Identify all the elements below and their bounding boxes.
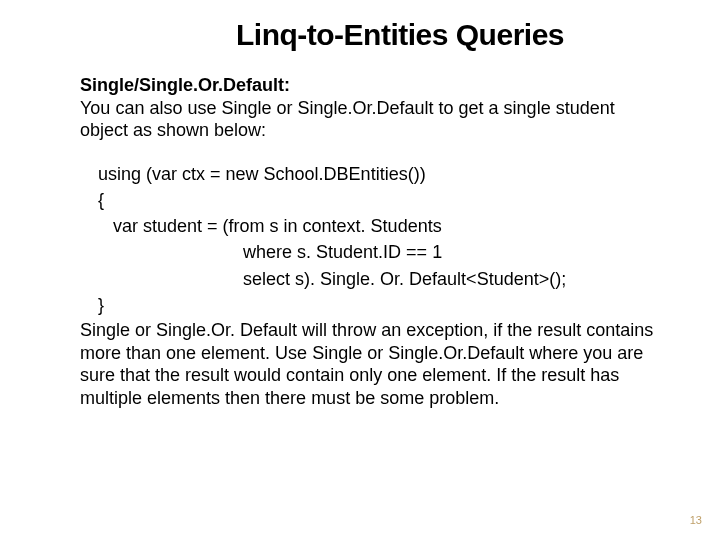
code-line: using (var ctx = new School.DBEntities()… <box>98 162 660 186</box>
code-line: } <box>98 293 660 317</box>
subheading: Single/Single.Or.Default: <box>80 74 660 97</box>
code-line: var student = (from s in context. Studen… <box>98 214 660 238</box>
code-line: select s). Single. Or. Default<Student>(… <box>98 267 660 291</box>
page-number: 13 <box>690 514 702 526</box>
explanation-paragraph: Single or Single.Or. Default will throw … <box>80 319 660 409</box>
slide: Linq-to-Entities Queries Single/Single.O… <box>0 0 720 409</box>
intro-paragraph: You can also use Single or Single.Or.Def… <box>80 97 660 142</box>
slide-title: Linq-to-Entities Queries <box>140 18 660 52</box>
code-line: where s. Student.ID == 1 <box>98 240 660 264</box>
code-line: { <box>98 188 660 212</box>
